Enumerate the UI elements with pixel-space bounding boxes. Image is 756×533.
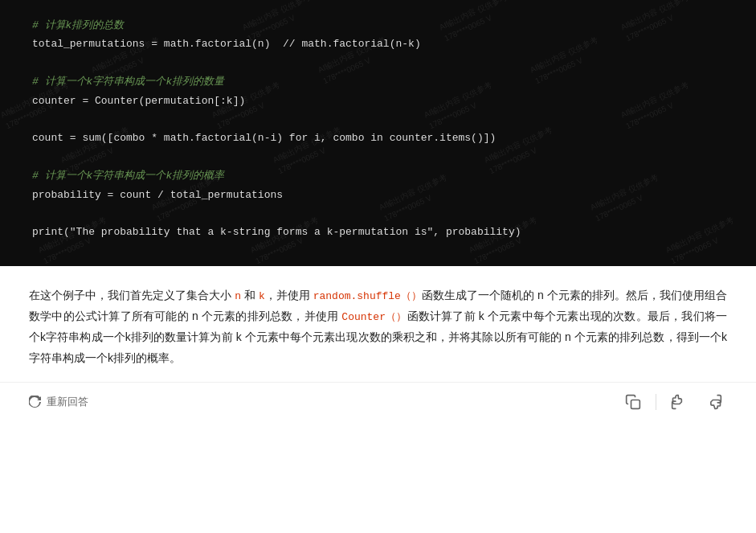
copy-icon — [625, 394, 641, 410]
code-line-2: total_permutations = math.factorial(n) /… — [32, 35, 724, 53]
code-line-5: counter = Counter(permutation[:k]) — [32, 92, 724, 110]
refresh-label: 重新回答 — [47, 395, 88, 409]
inline-code-n: n — [235, 290, 241, 302]
bottom-toolbar: 重新回答 — [0, 382, 756, 424]
code-comment-2: # 计算一个k字符串构成一个k排列的数量 — [32, 72, 724, 91]
code-blank-1 — [32, 54, 724, 72]
thumbs-up-icon — [671, 394, 687, 410]
code-blank-4 — [32, 204, 724, 223]
like-button[interactable] — [666, 391, 692, 413]
copy-button[interactable] — [620, 391, 646, 413]
dislike-button[interactable] — [701, 391, 727, 413]
inline-code-random-shuffle: random.shuffle（） — [313, 290, 422, 302]
toolbar-divider — [656, 394, 656, 410]
code-block: # 计算k排列的总数 total_permutations = math.fac… — [32, 16, 724, 242]
code-line-7: count = sum([combo * math.factorial(n-i)… — [32, 129, 724, 147]
code-blank-3 — [32, 148, 724, 166]
refresh-icon — [29, 396, 42, 408]
inline-code-k: k — [259, 290, 265, 302]
code-comment-3: # 计算一个k字符串构成一个k排列的概率 — [32, 166, 724, 185]
paragraph-text: 在这个例子中，我们首先定义了集合大小 n 和 k，并使用 random.shuf… — [29, 285, 727, 369]
main-container: AI输出内容 仅供参考178****0065 V AI输出内容 仅供参考178*… — [0, 0, 756, 424]
inline-code-counter: Counter（） — [341, 311, 407, 323]
toolbar-right — [620, 391, 727, 413]
code-comment-1: # 计算k排列的总数 — [32, 16, 724, 35]
code-line-10: probability = count / total_permutations — [32, 186, 724, 204]
thumbs-down-icon — [706, 394, 722, 410]
code-section: AI输出内容 仅供参考178****0065 V AI输出内容 仅供参考178*… — [0, 0, 756, 266]
refresh-button[interactable]: 重新回答 — [29, 395, 88, 409]
text-section: 在这个例子中，我们首先定义了集合大小 n 和 k，并使用 random.shuf… — [0, 266, 756, 382]
code-line-12: print("The probability that a k-string f… — [32, 223, 724, 241]
svg-rect-0 — [631, 400, 640, 408]
code-blank-2 — [32, 110, 724, 129]
